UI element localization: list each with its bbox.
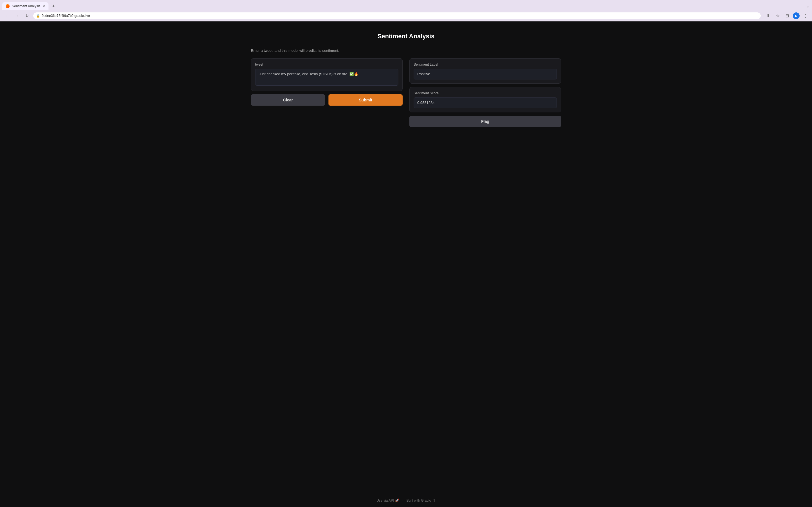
sentiment-label-value: Positive <box>414 69 557 79</box>
share-button[interactable]: ⬆ <box>764 12 772 20</box>
button-row: Clear Submit <box>251 94 403 106</box>
back-button[interactable]: ← <box>3 12 11 20</box>
submit-button[interactable]: Submit <box>328 94 403 106</box>
tab-bar: Sentiment Analysis × + ⌄ <box>0 0 812 10</box>
right-panel: Sentiment Label Positive Sentiment Score… <box>409 58 561 127</box>
clear-button[interactable]: Clear <box>251 94 325 106</box>
toolbar-icons: ⬆ ☆ ⊟ D ⋮ <box>764 12 809 20</box>
address-text: 9cdee36e75f4f9a7b9.gradio.live <box>42 14 90 18</box>
api-label: Use via API <box>376 499 394 503</box>
sentiment-score-value: 0.9551284 <box>414 98 557 108</box>
built-label: Built with Gradio <box>407 499 431 503</box>
main-layout: tweet Clear Submit Sentiment Label Posit… <box>251 58 561 127</box>
flag-button[interactable]: Flag <box>409 116 561 127</box>
layout-button[interactable]: ⊟ <box>783 12 791 20</box>
tab-label: Sentiment Analysis <box>12 4 40 8</box>
tab-expand-button[interactable]: ⌄ <box>806 4 810 8</box>
app-container: Sentiment Analysis Enter a tweet, and th… <box>0 21 812 494</box>
sentiment-label-card: Sentiment Label Positive <box>409 58 561 83</box>
footer-separator: · <box>402 499 403 503</box>
footer: Use via API 🚀 · Built with Gradio 🎛 <box>0 494 812 507</box>
sentiment-score-card: Sentiment Score 0.9551284 <box>409 87 561 112</box>
tab-close-button[interactable]: × <box>43 4 45 8</box>
api-icon: 🚀 <box>395 499 399 503</box>
active-tab[interactable]: Sentiment Analysis × <box>2 2 49 10</box>
tab-favicon-icon <box>6 4 10 8</box>
address-bar[interactable]: 🔒 9cdee36e75f4f9a7b9.gradio.live <box>33 12 761 19</box>
profile-avatar[interactable]: D <box>793 12 800 19</box>
description-text: Enter a tweet, and this model will predi… <box>251 48 561 53</box>
address-bar-row: ← → ↻ 🔒 9cdee36e75f4f9a7b9.gradio.live ⬆… <box>0 10 812 21</box>
star-button[interactable]: ☆ <box>774 12 781 20</box>
tweet-input[interactable] <box>255 69 398 86</box>
tweet-field-label: tweet <box>255 62 398 66</box>
sentiment-score-title: Sentiment Score <box>414 91 557 95</box>
refresh-button[interactable]: ↻ <box>23 12 31 20</box>
lock-icon: 🔒 <box>36 14 40 18</box>
page-title: Sentiment Analysis <box>377 33 435 40</box>
browser-chrome: Sentiment Analysis × + ⌄ ← → ↻ 🔒 9cdee36… <box>0 0 812 21</box>
input-card: tweet <box>251 58 403 91</box>
left-panel: tweet Clear Submit <box>251 58 403 127</box>
new-tab-button[interactable]: + <box>50 2 57 10</box>
menu-button[interactable]: ⋮ <box>801 12 809 20</box>
built-icon: 🎛 <box>432 499 436 503</box>
sentiment-label-title: Sentiment Label <box>414 62 557 66</box>
forward-button[interactable]: → <box>13 12 21 20</box>
